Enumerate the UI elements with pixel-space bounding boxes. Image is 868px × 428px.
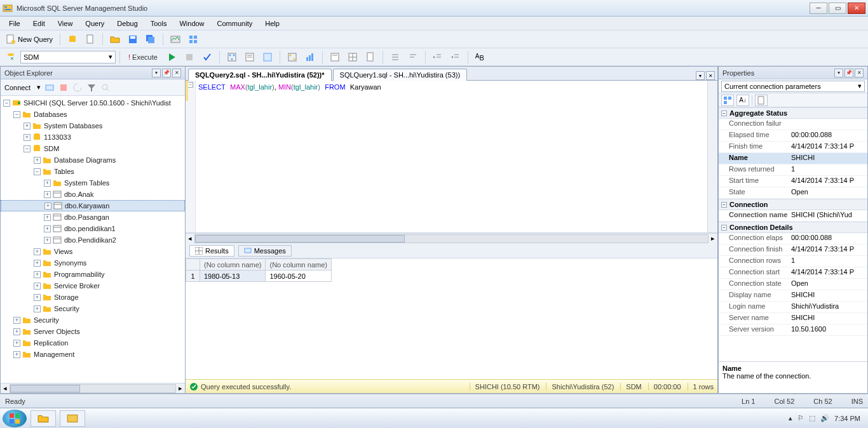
expand-toggle[interactable]: + [44,203,51,210]
categorized-icon[interactable] [721,95,734,106]
t2-node[interactable]: dbo.Karyawan [65,202,109,210]
expand-toggle[interactable]: + [44,225,51,232]
debug-play-icon[interactable] [163,50,180,64]
refresh-icon[interactable] [72,83,83,93]
database-combo[interactable]: SDM ▾ [20,51,116,64]
panel-dropdown-icon[interactable]: ▾ [152,69,161,77]
tray-clock[interactable]: 7:34 PM [834,415,860,422]
cell-1-2[interactable]: 1960-05-20 [266,271,331,282]
maximize-button[interactable]: ▭ [829,3,846,14]
comment-icon[interactable] [387,50,403,64]
start-button[interactable] [3,410,27,427]
group-aggregate[interactable]: −Aggregate Status [719,107,867,119]
tables-node[interactable]: Tables [54,168,74,175]
task-explorer[interactable] [31,410,56,427]
change-connection-icon[interactable] [3,50,19,64]
expand-toggle[interactable]: + [34,248,41,255]
expand-toggle[interactable]: + [13,328,20,335]
filter-icon[interactable] [86,83,97,93]
expand-toggle[interactable]: − [3,100,10,107]
property-pages-icon[interactable] [755,95,768,106]
open-folder-icon[interactable] [107,32,123,46]
t3-node[interactable]: dbo.Pasangan [64,213,109,221]
storage-node[interactable]: Storage [54,293,79,301]
close-button[interactable]: ✕ [848,3,865,14]
expand-toggle[interactable]: + [34,271,41,278]
fold-toggle[interactable]: − [187,82,193,88]
group-details[interactable]: −Connection Details [719,222,867,233]
results-grid-icon[interactable] [344,50,361,64]
sysdb-node[interactable]: System Databases [44,122,102,130]
col-header-1[interactable]: (No column name) [200,259,266,271]
expand-toggle[interactable]: + [44,214,51,221]
db1-node[interactable]: 1133033 [44,133,71,141]
table-row[interactable]: 1 1980-05-13 1960-05-20 [186,271,332,282]
col-header-2[interactable]: (No column name) [266,259,331,271]
t5-node[interactable]: dbo.Pendidikan2 [64,236,116,244]
vscrollbar[interactable] [707,81,717,232]
outdent-icon[interactable] [447,50,464,64]
expand-toggle[interactable]: − [24,145,31,152]
uncomment-icon[interactable] [405,50,421,64]
expand-toggle[interactable]: + [13,340,20,347]
tab-list-icon[interactable]: ▾ [696,71,705,80]
expand-toggle[interactable]: + [34,305,41,312]
tab-messages[interactable]: Messages [238,245,292,257]
t1-node[interactable]: dbo.Anak [64,191,93,198]
object-tree[interactable]: −SHICHI (SQL Server 10.50.1600 - Shichi\… [1,97,185,360]
specify-template-icon[interactable]: AB [472,50,487,64]
search-icon[interactable] [100,83,111,93]
expand-toggle[interactable]: + [34,157,41,164]
server-node[interactable]: SHICHI (SQL Server 10.50.1600 - Shichi\Y… [24,99,171,107]
syn-node[interactable]: Synonyms [54,259,86,267]
editor-content[interactable]: SELECT MAX(tgl_lahir), MIN(tgl_lahir) FR… [196,81,707,232]
sb-node[interactable]: Service Broker [54,282,100,290]
tray-network-icon[interactable]: ⬚ [809,414,815,422]
menu-debug[interactable]: Debug [112,18,142,29]
new-db-query-icon[interactable] [64,32,81,46]
alphabetical-icon[interactable]: A↓ [736,95,749,106]
tab-close-icon[interactable]: ✕ [706,71,715,80]
panel-dropdown-icon[interactable]: ▾ [834,69,843,77]
expand-toggle[interactable]: − [34,168,41,175]
panel-close-icon[interactable]: ✕ [172,69,181,77]
client-stats-icon[interactable] [302,50,318,64]
task-ssms[interactable] [60,410,85,427]
menu-tools[interactable]: Tools [146,18,172,29]
databases-node[interactable]: Databases [34,110,67,118]
query-options-icon[interactable] [241,50,258,64]
save-all-icon[interactable] [142,32,159,46]
menu-query[interactable]: Query [80,18,109,29]
group-connection[interactable]: −Connection [719,199,867,210]
expand-toggle[interactable]: + [13,351,20,358]
expand-toggle[interactable]: + [34,260,41,267]
activity-monitor-icon[interactable] [167,32,184,46]
mgmt-node[interactable]: Management [34,351,74,358]
dd-node[interactable]: Database Diagrams [54,156,116,164]
intellisense-icon[interactable] [259,50,276,64]
expand-toggle[interactable]: + [13,317,20,324]
t4-node[interactable]: dbo.pendidikan1 [64,225,116,232]
hscrollbar[interactable]: ◂▸ [1,383,185,393]
expand-toggle[interactable]: − [13,111,20,118]
menu-help[interactable]: Help [260,18,285,29]
so-node[interactable]: Server Objects [34,328,80,335]
expand-toggle[interactable]: + [24,134,31,141]
tray-flag-icon[interactable]: ⚐ [797,414,804,422]
properties-combo[interactable]: Current connection parameters▾ [721,81,865,92]
systables-node[interactable]: System Tables [64,179,109,187]
property-grid[interactable]: −Aggregate Status Connection failur Elap… [719,107,867,361]
disconnect-icon[interactable] [44,83,55,93]
stop-icon[interactable] [181,50,198,64]
new-file-icon[interactable] [82,32,98,46]
tray-volume-icon[interactable]: 🔊 [820,414,829,422]
parse-icon[interactable] [199,50,215,64]
stop-refresh-icon[interactable] [58,83,69,93]
prog-node[interactable]: Programmability [54,271,104,278]
results-grid[interactable]: (No column name) (No column name) 1 1980… [186,258,717,379]
db2-node[interactable]: SDM [44,145,59,152]
results-file-icon[interactable] [362,50,379,64]
sql-editor[interactable]: − SELECT MAX(tgl_lahir), MIN(tgl_lahir) … [186,81,717,233]
execute-button[interactable]: ! Execute [124,50,162,64]
views-node[interactable]: Views [54,248,72,255]
